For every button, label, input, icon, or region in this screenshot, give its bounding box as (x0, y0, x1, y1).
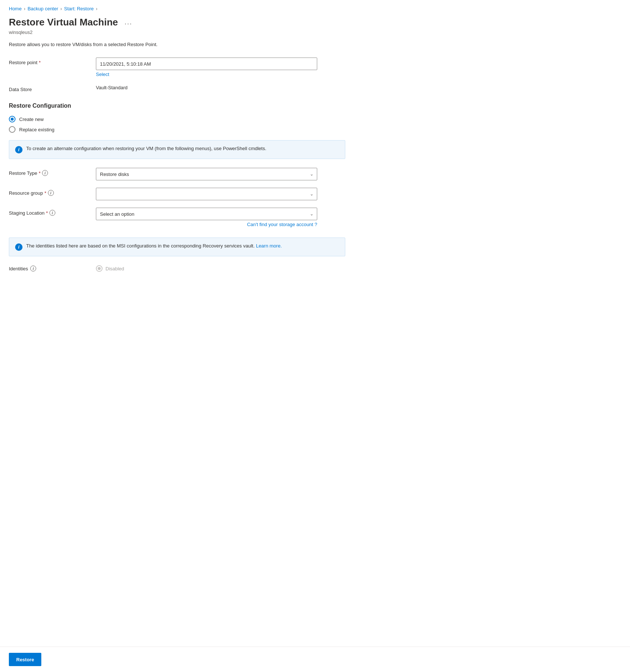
restore-type-required: * (39, 170, 41, 176)
restore-point-required: * (39, 60, 41, 65)
staging-location-label: Staging Location * i (9, 208, 90, 216)
identities-label-area: Identities i (9, 266, 90, 271)
powershell-info-banner: i To create an alternate configuration w… (9, 140, 345, 159)
resource-group-select[interactable] (96, 188, 317, 200)
create-new-label: Create new (19, 117, 44, 122)
create-new-radio[interactable] (9, 116, 15, 122)
identities-disabled-radio[interactable] (96, 265, 103, 272)
identities-disabled-label: Disabled (105, 266, 124, 271)
basic-form-section: Restore point * Select Data Store Vault-… (9, 58, 345, 92)
replace-existing-label: Replace existing (19, 127, 54, 132)
breadcrumb-start-restore[interactable]: Start: Restore (64, 6, 94, 11)
learn-more-link[interactable]: Learn more. (256, 243, 282, 249)
data-store-value: Vault-Standard (96, 83, 128, 90)
page-subtitle: winsqleus2 (9, 30, 345, 35)
identities-disabled-option: Disabled (96, 265, 124, 272)
identities-row: Identities i Disabled (9, 265, 345, 272)
breadcrumb: Home › Backup center › Start: Restore › (9, 6, 345, 11)
restore-type-select[interactable]: Restore disks (96, 168, 317, 180)
data-store-label: Data Store (9, 84, 90, 92)
breadcrumb-sep-1: › (24, 6, 25, 11)
breadcrumb-home[interactable]: Home (9, 6, 22, 11)
staging-location-row: Staging Location * i Select an option ⌄ … (9, 208, 345, 227)
create-new-option[interactable]: Create new (9, 116, 345, 122)
description-text: Restore allows you to restore VM/disks f… (9, 42, 345, 47)
restore-config-radio-group: Create new Replace existing (9, 116, 345, 133)
info-banner-icon: i (15, 146, 22, 153)
resource-group-row: Resource group * i ⌄ (9, 188, 345, 200)
more-options-button[interactable]: ... (122, 18, 135, 27)
identities-banner-text: The identities listed here are based on … (26, 243, 282, 249)
replace-existing-radio[interactable] (9, 126, 15, 133)
data-store-row: Data Store Vault-Standard (9, 84, 345, 92)
resource-group-label: Resource group * i (9, 188, 90, 196)
resource-group-dropdown-wrapper: ⌄ (96, 188, 317, 200)
staging-location-select[interactable]: Select an option (96, 208, 317, 220)
restore-point-row: Restore point * Select (9, 58, 345, 77)
staging-location-dropdown-wrapper: Select an option ⌄ (96, 208, 317, 220)
restore-point-label: Restore point * (9, 58, 90, 65)
resource-group-input-area: ⌄ (96, 188, 317, 200)
staging-location-input-area: Select an option ⌄ Can't find your stora… (96, 208, 317, 227)
restore-button[interactable]: Restore (9, 653, 41, 666)
identities-label: Identities (9, 266, 28, 271)
identities-info-icon-label[interactable]: i (30, 266, 36, 271)
restore-point-input-area: Select (96, 58, 317, 77)
footer-bar: Restore (0, 647, 630, 672)
breadcrumb-sep-2: › (60, 6, 62, 11)
storage-account-link[interactable]: Can't find your storage account ? (96, 222, 317, 227)
staging-location-info-icon[interactable]: i (49, 210, 55, 216)
identities-disabled-radio-inner (98, 267, 101, 270)
replace-existing-option[interactable]: Replace existing (9, 126, 345, 133)
identities-info-banner: i The identities listed here are based o… (9, 238, 345, 256)
config-form-section: Restore Type * i Restore disks ⌄ Resourc… (9, 168, 345, 227)
breadcrumb-sep-3: › (96, 6, 97, 11)
restore-point-select-link[interactable]: Select (96, 72, 317, 77)
breadcrumb-backup-center[interactable]: Backup center (28, 6, 58, 11)
restore-type-label: Restore Type * i (9, 168, 90, 176)
restore-config-section: Restore Configuration Create new Replace… (9, 103, 345, 272)
restore-type-info-icon[interactable]: i (42, 170, 48, 176)
restore-config-heading: Restore Configuration (9, 103, 345, 109)
identities-info-icon: i (15, 243, 22, 251)
page-title: Restore Virtual Machine (9, 17, 118, 28)
restore-type-dropdown-wrapper: Restore disks ⌄ (96, 168, 317, 180)
staging-location-required: * (46, 210, 48, 216)
data-store-value-area: Vault-Standard (96, 84, 317, 90)
restore-type-row: Restore Type * i Restore disks ⌄ (9, 168, 345, 180)
info-banner-text: To create an alternate configuration whe… (26, 146, 266, 151)
create-new-radio-inner (11, 118, 14, 121)
resource-group-required: * (45, 190, 46, 196)
resource-group-info-icon[interactable]: i (48, 190, 54, 196)
restore-point-input[interactable] (96, 58, 317, 70)
page-header: Restore Virtual Machine ... winsqleus2 (9, 17, 345, 35)
restore-type-input-area: Restore disks ⌄ (96, 168, 317, 180)
